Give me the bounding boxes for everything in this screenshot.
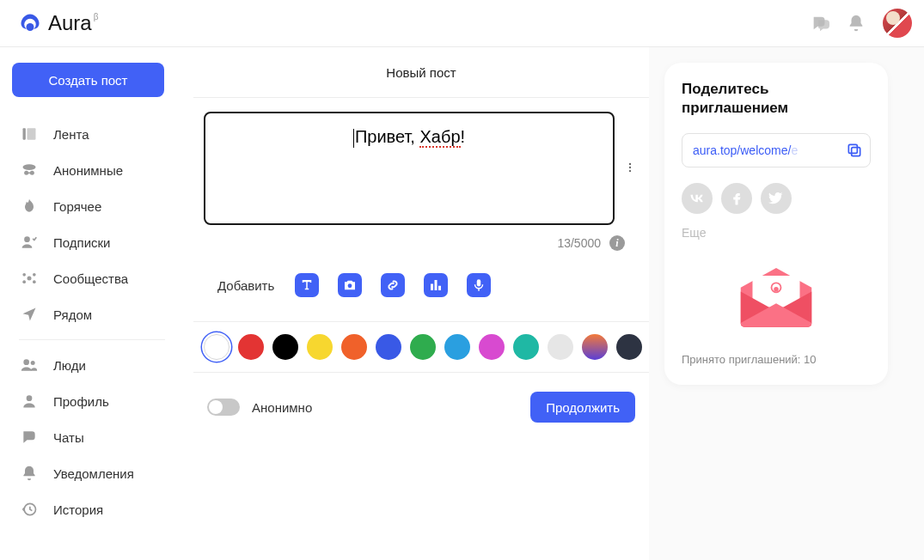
sidebar-item-label: Подписки bbox=[53, 235, 111, 250]
svg-point-10 bbox=[22, 273, 26, 277]
svg-point-21 bbox=[348, 283, 352, 288]
share-vk-button[interactable] bbox=[682, 183, 713, 214]
sidebar-item-label: Профиль bbox=[53, 394, 109, 409]
logo[interactable]: Auraβ bbox=[17, 10, 96, 36]
invite-count: Принято приглашений: 10 bbox=[682, 353, 871, 366]
bell-icon[interactable] bbox=[847, 14, 866, 33]
color-swatch-5[interactable] bbox=[376, 334, 401, 360]
sidebar-item-communities[interactable]: Сообщества bbox=[12, 260, 181, 296]
sidebar-item-label: Анонимные bbox=[53, 163, 123, 178]
anonymous-toggle-group: Анонимно bbox=[207, 399, 312, 416]
continue-button[interactable]: Продолжить bbox=[530, 392, 635, 423]
attach-link-button[interactable] bbox=[381, 273, 405, 297]
more-label: Еще bbox=[682, 226, 871, 240]
people-icon bbox=[21, 356, 38, 374]
svg-point-13 bbox=[33, 280, 36, 283]
anonymous-label: Анонимно bbox=[252, 400, 312, 415]
sidebar: Создать пост Лента Анонимные Горячее Под… bbox=[0, 47, 193, 560]
history-icon bbox=[21, 501, 38, 518]
sidebar-item-subscriptions[interactable]: Подписки bbox=[12, 224, 181, 260]
svg-point-9 bbox=[28, 277, 32, 281]
svg-rect-23 bbox=[435, 280, 438, 290]
sidebar-item-label: Люди bbox=[53, 358, 86, 373]
post-text-spellcheck: Хабр bbox=[419, 127, 460, 148]
sidebar-item-label: Сообщества bbox=[53, 271, 128, 286]
svg-point-20 bbox=[629, 170, 631, 172]
svg-point-8 bbox=[24, 236, 30, 242]
invite-link-field[interactable]: aura.top/welcome/e bbox=[682, 133, 871, 167]
create-post-button[interactable]: Создать пост bbox=[12, 63, 164, 97]
svg-point-4 bbox=[23, 164, 36, 170]
logo-text: Auraβ bbox=[48, 11, 96, 35]
color-swatch-12[interactable] bbox=[616, 334, 642, 360]
info-icon[interactable]: i bbox=[609, 235, 625, 251]
sidebar-item-profile[interactable]: Профиль bbox=[12, 383, 181, 419]
svg-point-14 bbox=[23, 359, 29, 365]
attach-audio-button[interactable] bbox=[467, 273, 491, 297]
color-swatch-4[interactable] bbox=[341, 334, 367, 360]
header-actions bbox=[811, 9, 912, 38]
sidebar-separator bbox=[19, 339, 165, 340]
svg-rect-24 bbox=[438, 286, 441, 290]
sidebar-item-label: Лента bbox=[53, 127, 89, 142]
sidebar-item-label: Чаты bbox=[53, 430, 84, 445]
color-swatch-0[interactable] bbox=[204, 334, 229, 360]
svg-point-11 bbox=[33, 273, 36, 277]
svg-point-30 bbox=[774, 287, 779, 292]
anonymous-icon bbox=[21, 161, 38, 179]
main: Новый пост Привет, Хабр! 13/5000 i bbox=[193, 47, 924, 560]
beta-label: β bbox=[94, 12, 99, 21]
svg-point-1 bbox=[27, 23, 34, 31]
svg-point-12 bbox=[22, 280, 26, 283]
post-text-input[interactable]: Привет, Хабр! bbox=[204, 112, 615, 225]
attach-photo-button[interactable] bbox=[338, 273, 362, 297]
color-swatch-6[interactable] bbox=[410, 334, 436, 360]
counter-row: 13/5000 i bbox=[204, 225, 639, 251]
sidebar-item-history[interactable]: История bbox=[12, 491, 181, 527]
sidebar-item-hot[interactable]: Горячее bbox=[12, 188, 181, 224]
sidebar-item-feed[interactable]: Лента bbox=[12, 116, 181, 152]
color-swatch-11[interactable] bbox=[582, 334, 608, 360]
color-swatch-3[interactable] bbox=[307, 334, 333, 360]
sidebar-item-label: Горячее bbox=[53, 199, 101, 214]
sidebar-item-chats[interactable]: Чаты bbox=[12, 419, 181, 455]
post-text-part: Привет, bbox=[355, 127, 420, 146]
avatar[interactable] bbox=[883, 9, 912, 38]
envelope-illustration bbox=[682, 248, 871, 343]
share-twitter-button[interactable] bbox=[761, 183, 792, 214]
chat-icon[interactable] bbox=[811, 14, 829, 33]
layout: Создать пост Лента Анонимные Горячее Под… bbox=[0, 47, 924, 560]
color-swatch-10[interactable] bbox=[548, 334, 573, 360]
subscriptions-icon bbox=[21, 234, 38, 251]
svg-rect-3 bbox=[28, 128, 36, 139]
new-post-card: Новый пост Привет, Хабр! 13/5000 i bbox=[193, 47, 649, 560]
attach-poll-button[interactable] bbox=[424, 273, 448, 297]
sidebar-item-people[interactable]: Люди bbox=[12, 347, 181, 383]
attachments-row: Добавить bbox=[204, 251, 639, 313]
copy-icon[interactable] bbox=[846, 142, 863, 159]
svg-point-15 bbox=[31, 361, 35, 365]
color-swatch-2[interactable] bbox=[272, 334, 298, 360]
svg-point-19 bbox=[629, 167, 631, 168]
sidebar-item-label: История bbox=[53, 502, 103, 517]
invite-card: Поделитесь приглашением aura.top/welcome… bbox=[664, 63, 888, 385]
color-swatch-9[interactable] bbox=[513, 334, 539, 360]
color-swatch-8[interactable] bbox=[479, 334, 505, 360]
sidebar-item-label: Рядом bbox=[53, 307, 92, 322]
invite-link-text: aura.top/welcome/e bbox=[693, 143, 798, 157]
location-icon bbox=[21, 306, 38, 323]
color-swatch-1[interactable] bbox=[238, 334, 264, 360]
share-facebook-button[interactable] bbox=[721, 183, 752, 214]
svg-point-18 bbox=[629, 163, 631, 165]
attach-text-button[interactable] bbox=[295, 273, 319, 297]
svg-rect-27 bbox=[848, 145, 857, 154]
editor-area: Привет, Хабр! 13/5000 i Добавить bbox=[193, 98, 649, 321]
sidebar-item-anonymous[interactable]: Анонимные bbox=[12, 152, 181, 188]
sidebar-item-notifications[interactable]: Уведомления bbox=[12, 455, 181, 491]
post-footer: Анонимно Продолжить bbox=[193, 373, 649, 441]
text-cursor bbox=[353, 129, 354, 148]
sidebar-item-nearby[interactable]: Рядом bbox=[12, 296, 181, 332]
editor-menu-icon[interactable] bbox=[621, 112, 639, 179]
color-swatch-7[interactable] bbox=[444, 334, 470, 360]
anonymous-toggle[interactable] bbox=[207, 399, 240, 416]
